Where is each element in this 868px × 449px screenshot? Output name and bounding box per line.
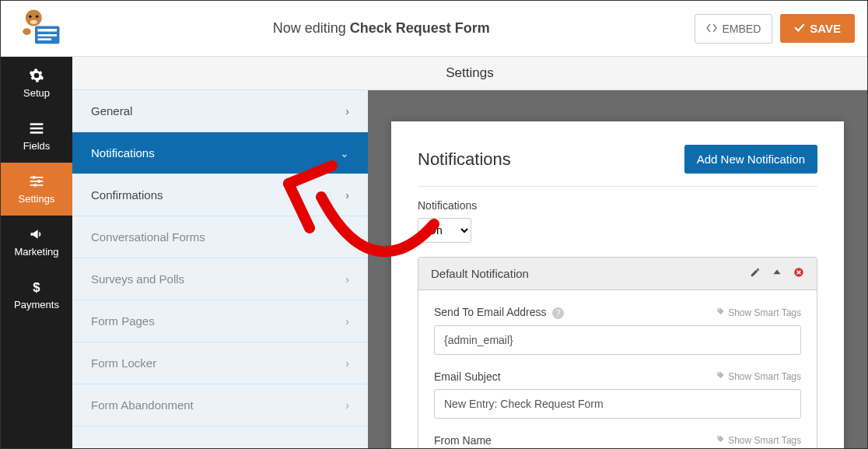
svg-point-15 [37, 180, 40, 183]
settings-item-label: Conversational Forms [91, 230, 205, 244]
nav-settings[interactable]: Settings [1, 163, 72, 216]
nav-label: Setup [23, 87, 50, 99]
notification-card: Default Notification [418, 257, 817, 448]
svg-point-1 [29, 15, 32, 18]
nav-marketing[interactable]: Marketing [1, 216, 72, 268]
dollar-icon: $ [29, 279, 44, 295]
code-icon [706, 23, 717, 35]
svg-rect-11 [30, 132, 44, 134]
smart-tags-link[interactable]: Show Smart Tags [716, 307, 801, 318]
add-notification-button[interactable]: Add New Notification [684, 145, 817, 174]
collapse-icon[interactable] [772, 267, 782, 280]
top-bar: Now editing Check Request Form EMBED SAV… [1, 1, 867, 57]
send-to-input[interactable] [434, 325, 801, 355]
form-name: Check Request Form [350, 20, 490, 36]
settings-item-label: Confirmations [91, 188, 163, 202]
from-name-label: From Name [434, 434, 492, 447]
preview-heading: Notifications [418, 149, 511, 170]
help-icon[interactable]: ? [552, 307, 564, 319]
settings-item-label: Notifications [91, 146, 155, 160]
svg-rect-5 [38, 29, 58, 32]
left-nav: Setup Fields Settings Marketing $ Paymen… [1, 57, 72, 448]
nav-fields[interactable]: Fields [1, 110, 72, 163]
embed-button[interactable]: EMBED [695, 14, 772, 44]
settings-sidebar[interactable]: General › Notifications ⌄ Confirmations … [72, 90, 368, 448]
subject-input[interactable] [434, 389, 801, 419]
smart-tags-text: Show Smart Tags [728, 307, 801, 318]
nav-label: Settings [19, 193, 55, 205]
save-label: SAVE [810, 22, 841, 35]
content-area: Settings General › Notifications ⌄ Confi… [72, 57, 867, 448]
settings-item-form-locker[interactable]: Form Locker › [72, 342, 368, 384]
content-body: General › Notifications ⌄ Confirmations … [72, 90, 867, 448]
svg-rect-7 [38, 38, 52, 40]
save-button[interactable]: SAVE [780, 14, 855, 43]
settings-item-label: General [91, 104, 132, 118]
notifications-toggle-select[interactable]: On [418, 218, 471, 243]
settings-item-conversational-forms[interactable]: Conversational Forms › [72, 216, 368, 258]
sliders-icon [29, 174, 44, 189]
settings-item-notifications[interactable]: Notifications ⌄ [72, 132, 368, 174]
embed-label: EMBED [722, 23, 761, 35]
nav-label: Fields [23, 140, 51, 152]
tag-icon [716, 307, 725, 318]
edit-icon[interactable] [750, 267, 761, 280]
tag-icon [716, 435, 725, 446]
settings-item-form-abandonment[interactable]: Form Abandonment › [72, 384, 368, 426]
check-icon [794, 22, 805, 35]
chevron-right-icon: › [345, 105, 349, 118]
svg-point-2 [36, 15, 39, 18]
subject-label: Email Subject [434, 370, 501, 383]
chevron-right-icon: › [345, 273, 349, 286]
settings-item-label: Form Abandonment [91, 398, 194, 412]
chevron-down-icon: ⌄ [340, 147, 349, 160]
notification-card-actions [750, 267, 804, 280]
svg-text:$: $ [33, 280, 40, 295]
notification-card-title: Default Notification [431, 267, 529, 280]
nav-label: Marketing [14, 246, 58, 258]
editing-prefix: Now editing [273, 20, 350, 36]
chevron-right-icon: › [345, 399, 349, 412]
svg-rect-10 [30, 128, 44, 130]
gear-icon [29, 68, 44, 83]
svg-point-3 [30, 19, 37, 23]
list-icon [29, 121, 44, 136]
smart-tags-link[interactable]: Show Smart Tags [716, 435, 801, 446]
tag-icon [716, 371, 725, 382]
smart-tags-text: Show Smart Tags [728, 371, 801, 382]
svg-rect-9 [30, 123, 44, 125]
preview-panel: Notifications Add New Notification Notif… [391, 121, 844, 448]
smart-tags-link[interactable]: Show Smart Tags [716, 371, 801, 382]
bullhorn-icon [29, 226, 44, 242]
settings-item-confirmations[interactable]: Confirmations › [72, 174, 368, 216]
preview-area: Notifications Add New Notification Notif… [368, 90, 867, 448]
settings-item-general[interactable]: General › [72, 90, 368, 132]
svg-point-13 [33, 176, 36, 179]
chevron-right-icon: › [345, 357, 349, 370]
svg-point-17 [33, 184, 37, 187]
svg-point-8 [23, 28, 31, 35]
smart-tags-text: Show Smart Tags [728, 435, 801, 446]
send-to-label: Send To Email Address [434, 306, 547, 318]
svg-rect-14 [30, 181, 44, 182]
content-header: Settings [72, 57, 867, 90]
settings-item-surveys-polls[interactable]: Surveys and Polls › [72, 258, 368, 300]
svg-rect-12 [30, 177, 44, 178]
toggle-label: Notifications [418, 199, 477, 212]
notifications-toggle-group: Notifications On [418, 199, 817, 243]
app-logo [13, 5, 68, 52]
settings-item-form-pages[interactable]: Form Pages › [72, 300, 368, 342]
notification-card-header: Default Notification [418, 258, 817, 290]
main-area: Setup Fields Settings Marketing $ Paymen… [1, 57, 867, 448]
settings-item-label: Surveys and Polls [91, 272, 184, 286]
chevron-right-icon: › [345, 315, 349, 328]
settings-item-label: Form Locker [91, 356, 156, 370]
delete-icon[interactable] [793, 267, 804, 280]
chevron-right-icon: › [345, 189, 349, 202]
nav-label: Payments [14, 299, 59, 310]
svg-rect-6 [38, 34, 58, 37]
settings-item-label: Form Pages [91, 314, 155, 328]
preview-header: Notifications Add New Notification [418, 145, 817, 187]
nav-setup[interactable]: Setup [1, 57, 72, 110]
nav-payments[interactable]: $ Payments [1, 268, 72, 321]
